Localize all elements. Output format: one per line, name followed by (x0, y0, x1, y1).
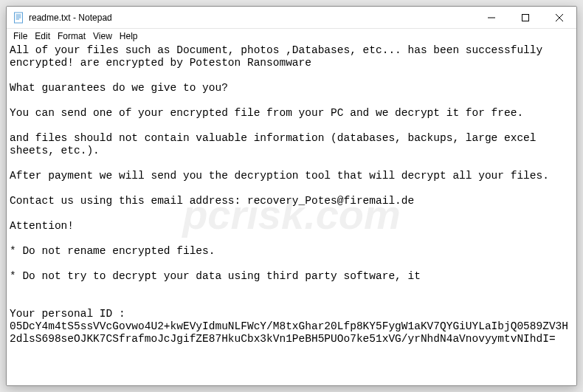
svg-rect-6 (522, 14, 529, 21)
menu-format[interactable]: Format (54, 30, 89, 42)
menu-view[interactable]: View (89, 30, 116, 42)
notepad-window: readme.txt - Notepad File Edit Format Vi… (6, 6, 577, 386)
notepad-icon (13, 12, 24, 24)
window-title: readme.txt - Notepad (29, 13, 112, 23)
document-text: All of your files such as Document, phot… (10, 44, 568, 345)
menu-edit[interactable]: Edit (31, 30, 54, 42)
close-button[interactable] (542, 7, 576, 29)
menu-help[interactable]: Help (116, 30, 142, 42)
minimize-button[interactable] (475, 7, 508, 29)
menu-file[interactable]: File (10, 30, 31, 42)
maximize-button[interactable] (508, 7, 542, 29)
menubar: File Edit Format View Help (7, 29, 576, 43)
watermark-text: pcrisk.com (182, 208, 401, 221)
titlebar[interactable]: readme.txt - Notepad (7, 7, 576, 29)
text-area[interactable]: All of your files such as Document, phot… (7, 43, 576, 385)
